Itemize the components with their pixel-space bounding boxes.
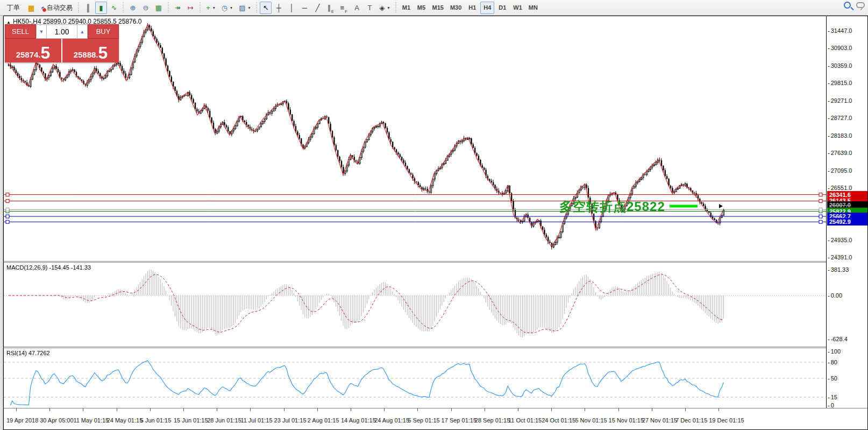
price-axis[interactable]: 31447.030903.030359.029815.029271.028727…: [826, 16, 867, 408]
indicators-icon[interactable]: +▾: [203, 2, 218, 14]
timeframe-mn[interactable]: MN: [526, 2, 540, 14]
main-chart-canvas[interactable]: [4, 16, 826, 261]
timeframe-m1[interactable]: M1: [400, 2, 414, 14]
arrow-marker-icon[interactable]: [719, 204, 723, 208]
periods-icon: ◷: [222, 4, 227, 11]
text-label-icon: T: [368, 4, 372, 11]
search-icon[interactable]: [844, 2, 851, 9]
date-label: 11 Jul 01:15: [240, 417, 272, 424]
timeframe-w1[interactable]: W1: [510, 2, 525, 14]
price-tick: 27639.0: [828, 150, 852, 156]
date-label: 27 Nov 01:15: [642, 417, 677, 424]
rsi-pane-canvas[interactable]: [4, 348, 826, 409]
timeframe-m5[interactable]: M5: [415, 2, 429, 14]
sell-button[interactable]: SELL: [5, 24, 36, 39]
dropdown-caret-icon[interactable]: ▾: [213, 5, 215, 10]
new-order-label: 丁单: [4, 2, 23, 14]
date-label: 24 May 01:15: [107, 417, 143, 424]
rsi-axis-label: 80: [828, 359, 837, 365]
dropdown-caret-icon[interactable]: ▾: [248, 5, 250, 10]
date-tick: [117, 408, 117, 411]
date-label: 5 Jun 01:15: [140, 417, 172, 424]
zoom-out-icon[interactable]: ⊖: [140, 2, 152, 14]
timeframe-m15[interactable]: M15: [430, 2, 446, 14]
text-label-icon[interactable]: T: [364, 2, 375, 14]
date-tick: [417, 408, 418, 411]
date-label: 19 Dec 01:15: [709, 417, 744, 424]
fibonacci-icon: ≡: [340, 4, 345, 11]
date-label: 15 Nov 01:15: [609, 417, 644, 424]
trendline-icon[interactable]: ╱: [311, 2, 323, 14]
periods-icon[interactable]: ◷▾: [219, 2, 235, 14]
rsi-axis-label: 50: [828, 375, 837, 382]
gold-icon[interactable]: ▆: [25, 2, 37, 14]
text-icon: A: [354, 4, 359, 11]
equidistant-channel-icon[interactable]: ∥E: [324, 2, 336, 14]
toolbar-separator: [77, 2, 81, 13]
buy-button[interactable]: BUY: [88, 24, 119, 39]
chart-window: ▲HK50-,H4 25899.0 25940.0 25855.5 25876.…: [3, 16, 868, 430]
date-tick: [83, 408, 83, 411]
dropdown-caret-icon[interactable]: ▾: [230, 5, 232, 10]
date-label: 5 Nov 01:15: [575, 417, 607, 424]
arrows-icon[interactable]: ◈▾: [376, 2, 392, 14]
macd-axis-label: 0.00: [828, 292, 842, 299]
date-axis[interactable]: 19 Apr 201830 Apr 05:0011 May 01:1524 Ma…: [4, 408, 867, 429]
price-tick: 30903.0: [828, 45, 852, 51]
rsi-axis-label: 15: [828, 394, 837, 400]
price-line-label[interactable]: 25492.9: [827, 218, 867, 225]
horizontal-line-icon[interactable]: ─: [298, 2, 310, 14]
sell-price[interactable]: 25874.5: [5, 39, 61, 62]
macd-axis-label: 381.33: [828, 266, 849, 273]
date-label: 28 Sep 01:15: [475, 417, 510, 424]
timeframe-h4[interactable]: H4: [480, 2, 494, 14]
toolbar-separator: [122, 2, 125, 13]
cursor-icon[interactable]: ↖: [260, 2, 272, 14]
one-click-trading-panel: SELL ▼ 1.00 ▲ BUY 25874.5 25888.5: [5, 24, 119, 62]
date-label: 28 Jun 01:15: [207, 417, 241, 424]
chart-shift-icon[interactable]: ↦: [184, 2, 196, 14]
vertical-line-icon[interactable]: │: [286, 2, 297, 14]
dropdown-caret-icon[interactable]: ▾: [387, 5, 389, 10]
price-tick: 24391.0: [828, 254, 852, 260]
horizontal-line-icon: ─: [302, 4, 307, 11]
annotation-text[interactable]: 多空转折点25822: [559, 198, 665, 215]
price-tick: 26551.0: [828, 185, 852, 191]
date-label: 7 Dec 01:15: [675, 417, 707, 424]
toolbar-separator: [254, 2, 258, 13]
line-chart-icon[interactable]: ∿: [108, 2, 120, 14]
date-tick: [518, 408, 518, 411]
fibonacci-icon[interactable]: ≡F: [338, 2, 350, 14]
date-label: 15 Jun 01:15: [174, 417, 208, 424]
chat-icon[interactable]: [856, 2, 865, 8]
timeframe-m30[interactable]: M30: [447, 2, 464, 14]
volume-down-button[interactable]: ▼: [36, 24, 47, 39]
zoom-out-icon: ⊖: [143, 4, 148, 11]
tile-windows-icon: ▦: [155, 4, 162, 11]
date-tick: [718, 408, 719, 411]
price-tick: 29271.0: [828, 97, 852, 104]
auto-scroll-icon[interactable]: ↠: [172, 2, 183, 14]
date-tick: [284, 408, 284, 411]
tile-windows-icon[interactable]: ▦: [153, 2, 165, 14]
volume-input[interactable]: 1.00: [47, 24, 77, 39]
timeframe-h1[interactable]: H1: [465, 2, 479, 14]
buy-price[interactable]: 25888.5: [62, 39, 119, 62]
crosshair-icon[interactable]: ┼: [273, 2, 284, 14]
text-icon[interactable]: A: [351, 2, 362, 14]
auto-trading-icon[interactable]: ●自动交易: [38, 2, 75, 14]
date-tick: [250, 408, 251, 411]
date-label: 24 Oct 01:15: [542, 417, 575, 424]
zoom-in-icon: ⊕: [130, 4, 136, 11]
zoom-in-icon[interactable]: ⊕: [127, 2, 139, 14]
timeframe-d1[interactable]: D1: [495, 2, 509, 14]
bar-chart-icon[interactable]: ║: [82, 2, 94, 14]
volume-up-button[interactable]: ▲: [77, 24, 88, 39]
auto-trading-icon: ●: [41, 4, 45, 11]
equidistant-channel-icon: ∥: [327, 4, 331, 11]
date-tick: [551, 408, 552, 411]
macd-pane-canvas[interactable]: [4, 263, 826, 347]
toolbar-separator: [198, 2, 202, 13]
candlestick-chart-icon[interactable]: ▮: [95, 2, 107, 14]
templates-icon[interactable]: ▨▾: [236, 2, 253, 14]
